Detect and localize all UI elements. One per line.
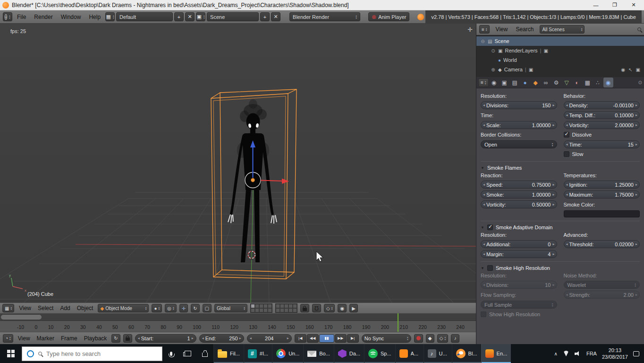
volume-icon[interactable] (575, 351, 581, 356)
viewport-menu-add[interactable]: Add (58, 305, 72, 311)
pin-icon[interactable]: ⊙ (638, 80, 642, 85)
snap-element-dropdown[interactable]: ◇▴▾ (324, 304, 335, 312)
editor-type-properties-button[interactable]: ≡▴▾ (478, 78, 489, 87)
clock[interactable]: 20:13 23/08/2017 (602, 347, 628, 361)
tab-render-layers[interactable]: ▣ (500, 78, 509, 87)
tab-scene[interactable]: ▤ (510, 78, 520, 87)
selectability-toggle-icon[interactable]: ↖ (628, 67, 632, 72)
notification-center-icon[interactable] (633, 351, 639, 356)
smoke-color-swatch[interactable] (564, 210, 640, 217)
noise-method-dropdown[interactable]: Wavelet▴▾ (564, 281, 640, 289)
search-icon[interactable] (637, 27, 641, 31)
manipulator-scale-toggle[interactable]: ▢ (203, 304, 212, 312)
tab-object-data[interactable]: ▽ (562, 78, 572, 87)
preview-range-toggle[interactable]: ↻ (111, 334, 120, 343)
lock-time-toggle[interactable] (123, 334, 132, 343)
viewport-menu-view[interactable]: View (17, 305, 33, 311)
add-scene-button[interactable]: + (260, 12, 270, 21)
tray-expand-icon[interactable]: ∧ (554, 351, 558, 356)
scale-field[interactable]: ◂Scale:1.00000▸ (481, 121, 557, 129)
collapse-icon[interactable]: ⊖ (480, 39, 485, 44)
tab-physics[interactable]: ◉ (603, 78, 613, 87)
divisions-field[interactable]: ◂Divisions:150▸ (481, 101, 557, 109)
opengl-render-anim-button[interactable]: ▶ (349, 304, 358, 312)
smoke-adaptive-domain-panel-header[interactable]: ▼ Smoke Adaptive Domain (481, 221, 640, 231)
taskbar-app-spotify[interactable]: Sp... (364, 344, 395, 363)
slow-checkbox[interactable]: Slow (564, 150, 640, 158)
taskbar-app-mail[interactable]: Bo... (303, 344, 334, 363)
pivot-point-dropdown[interactable]: ◎▴▾ (165, 304, 177, 312)
wifi-icon[interactable] (563, 351, 569, 356)
editor-type-info-button[interactable]: i ▴▾ (3, 12, 12, 21)
viewport-menu-select[interactable]: Select (36, 305, 55, 311)
timeline-menu-playback[interactable]: Playback (82, 335, 109, 342)
previous-keyframe-button[interactable]: ◀◀ (307, 334, 319, 343)
viewport-menu-object[interactable]: Object (75, 305, 95, 311)
region-expand-icon[interactable]: ✛ (467, 26, 473, 33)
timeline-scrollbar[interactable] (0, 313, 476, 321)
current-frame-playhead[interactable] (398, 313, 398, 332)
menu-window[interactable]: Window (58, 13, 85, 21)
menu-file[interactable]: File (14, 13, 29, 21)
start-frame-field[interactable]: ◂Start: 1▸ (135, 334, 196, 343)
end-frame-field[interactable]: ◂End: 250▸ (199, 334, 244, 343)
render-engine-dropdown[interactable]: Blender Render▴▾ (289, 12, 360, 21)
taskbar-app-file-explorer[interactable]: Fil... (213, 344, 244, 363)
visibility-toggle-icon[interactable]: ◉ (621, 67, 625, 72)
lock-to-scene-toggle[interactable] (300, 304, 309, 312)
store-button[interactable] (196, 344, 213, 363)
taskbar-app-en[interactable]: En... (481, 344, 511, 363)
timeline-menu-view[interactable]: View (16, 335, 32, 342)
threshold-field[interactable]: ◂Threshold:0.02000▸ (564, 240, 640, 248)
task-view-button[interactable] (179, 344, 196, 363)
timeline-frame-ruler[interactable]: -100 1020 3040 5060 7080 90100 110120 13… (0, 321, 476, 332)
highres-divisions-field[interactable]: ◂Divisions:10▸ (481, 281, 557, 289)
ignition-field[interactable]: ◂Ignition:1.25000▸ (564, 181, 640, 189)
jump-to-end-button[interactable]: ▶| (347, 334, 359, 343)
menu-render[interactable]: Render (31, 13, 56, 21)
record-button[interactable] (414, 334, 423, 343)
screen-layout-icon-button[interactable]: ▦▴▾ (105, 12, 115, 21)
expand-icon[interactable]: ⊕ (491, 67, 496, 72)
snap-toggle[interactable]: Ω (312, 304, 321, 312)
density-field[interactable]: ◂Density:-0.00100▸ (564, 101, 640, 109)
high-resolution-checkbox[interactable] (487, 265, 493, 271)
timeline-menu-frame[interactable]: Frame (59, 335, 79, 342)
taskbar-app-blender[interactable]: Bl... (452, 344, 481, 363)
additional-field[interactable]: ◂Additional:0▸ (481, 240, 557, 248)
smoke-high-resolution-panel-header[interactable]: ▼ Smoke High Resolution (481, 261, 640, 272)
expand-icon[interactable]: ⊙ (491, 48, 496, 53)
outliner-item-renderlayers[interactable]: ⊙ ▣ RenderLayers | ▣ (476, 46, 644, 55)
taskbar-app-a[interactable]: A... (395, 344, 424, 363)
audio-mute-button[interactable]: ♪ (451, 334, 459, 343)
tab-constraints[interactable]: ∞ (541, 78, 551, 87)
taskbar-app-u[interactable]: ♪U... (424, 344, 452, 363)
taskbar-app-hash[interactable]: ##I... (244, 344, 272, 363)
current-frame-field[interactable]: ◂ 204 ▸ (247, 334, 292, 343)
screen-layout-selector[interactable]: Default (116, 12, 173, 21)
show-high-resolution-checkbox[interactable]: Show High Resolution (481, 311, 557, 318)
outliner-filter-dropdown[interactable]: All Scenes ▴▾ (540, 25, 585, 34)
keying-set-dropdown[interactable]: ◇▴▾ (437, 334, 448, 343)
flame-vorticity-field[interactable]: ◂Vorticity:0.50000▸ (481, 200, 557, 208)
tab-particles[interactable]: ∴ (593, 78, 603, 87)
timeline-ruler-area[interactable]: -100 1020 3040 5060 7080 90100 110120 13… (0, 313, 476, 332)
temp-diff-field[interactable]: ◂Temp. Diff.:0.10000▸ (564, 111, 640, 119)
mode-dropdown[interactable]: ◆ Object Mode ▴▾ (98, 304, 149, 312)
maximum-field[interactable]: ◂Maximum:1.75000▸ (564, 190, 640, 199)
keying-set-icon-button[interactable]: ◆ (426, 334, 434, 343)
taskbar-app-visual-studio[interactable]: Da... (334, 344, 364, 363)
outliner-item-camera[interactable]: ⊕ ◆ Camera | ▣ ◉ ↖ ▣ (476, 65, 644, 74)
tab-object[interactable]: ◆ (531, 78, 541, 87)
margin-field[interactable]: ◂Margin:4▸ (481, 250, 557, 258)
minimize-button[interactable]: — (588, 0, 604, 10)
pause-button[interactable]: ▮▮ (319, 334, 334, 343)
taskbar-app-chrome[interactable]: Un... (272, 344, 303, 363)
strength-field[interactable]: ◂Strength:2.00▸ (564, 291, 640, 299)
speed-field[interactable]: ◂Speed:0.75000▸ (481, 181, 557, 189)
anim-player-button[interactable]: ⊗ Anim Player (368, 12, 409, 21)
delete-layout-button[interactable]: ✕ (185, 12, 195, 21)
outliner-menu-view[interactable]: View (494, 26, 510, 33)
taskbar-search-box[interactable] (22, 346, 162, 361)
jump-to-start-button[interactable]: |◀ (295, 334, 306, 343)
